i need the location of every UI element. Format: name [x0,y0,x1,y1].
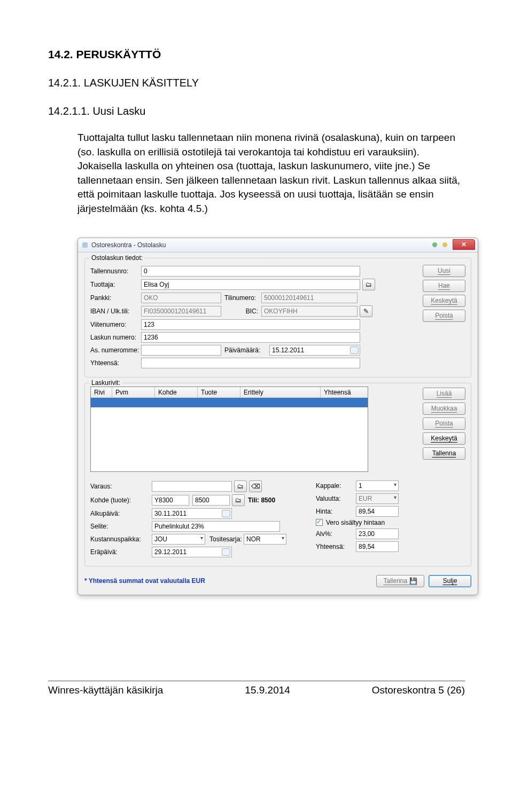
hae-button[interactable]: Hae [423,280,465,292]
lbl-viite: Viitenumero: [90,321,141,328]
lbl-tuottaja: Tuottaja: [90,281,141,288]
keskeyta-button[interactable]: Keskeytä [423,295,465,307]
window-ostolasku: Ostoreskontra - Ostolasku ✕ Ostolaskun t… [77,238,478,595]
lbl-iban: IBAN / Ulk.tili: [90,308,141,315]
lbl-asnum: As. numeromme: [90,346,141,354]
col-kohde[interactable]: Kohde [155,387,198,398]
tallenna-button[interactable]: Tallenna [423,447,465,460]
table-body-empty [91,407,368,471]
edit-bank-icon[interactable]: ✎ [360,305,372,317]
input-tallennusnro[interactable]: 0 [141,266,360,277]
window-title: Ostoreskontra - Ostolasku [91,241,432,249]
lbl-bic: BIC: [221,308,261,315]
era-value: 29.12.2011 [154,548,186,556]
calendar-icon[interactable] [350,346,359,354]
input-hinta[interactable]: 89,54 [356,506,399,517]
page-footer: Winres-käyttäjän käsikirja 15.9.2014 Ost… [48,681,465,696]
input-asnum[interactable] [141,345,221,356]
laskurivit-table[interactable]: Rivi Pvm Kohde Tuote Erittely Yhteensä [90,387,368,472]
group1-legend: Ostolaskun tiedot: [89,254,145,262]
input-iban: FI0350000120149611 [141,306,221,317]
poista-button[interactable]: Poista [423,310,465,322]
close-button[interactable]: ✕ [453,239,475,250]
sulje-button[interactable]: Sulje [429,575,471,587]
lbl-laskun: Laskun numero: [90,334,141,341]
input-bic: OKOYFIHH [261,306,357,317]
input-kohde1[interactable]: Y8300 [152,495,189,506]
pvm-value: 15.12.2011 [272,346,304,354]
lbl-kust: Kustannuspaikka: [90,535,152,543]
chk-vero[interactable] [316,519,323,526]
clear-varaus-icon[interactable]: ⌫ [249,480,262,492]
input-alku[interactable]: 30.11.2011 [152,508,232,519]
tili-label: Tili: 8500 [248,496,275,504]
uusi-button[interactable]: Uusi [423,265,465,277]
col-yhteensa[interactable]: Yhteensä [321,387,368,398]
input-tilinumero: 50000120149611 [261,293,357,303]
lbl-varaus: Varaus: [90,483,152,490]
footer-mid: 15.9.2014 [245,684,290,696]
group2-legend: Laskurivit: [89,379,122,387]
lbl-hinta: Hinta: [316,508,356,515]
paragraph: Tuottajalta tullut lasku tallennetaan ni… [77,131,465,216]
lbl-yht: Yhteensä: [90,359,141,367]
input-pvm[interactable]: 15.12.2011 [269,345,360,356]
lbl-alku: Alkupäivä: [90,510,152,517]
input-kohde2[interactable]: 8500 [192,495,230,506]
input-tuottaja[interactable]: Elisa Oyj [141,279,360,290]
lbl-tosite: Tositesarja: [205,535,244,543]
lbl-kohde: Kohde (tuote): [90,496,152,504]
pick-tuottaja-icon[interactable]: 🗂 [362,279,375,290]
input-selite[interactable]: Puhelinkulut 23% [152,521,280,532]
lbl-alv: Alv%: [316,530,356,538]
footer-note: * Yhteensä summat ovat valuutalla EUR [84,577,205,585]
app-icon [82,242,88,248]
input-yht2[interactable]: 89,54 [356,541,399,552]
alku-value: 30.11.2011 [154,510,186,517]
title-bar[interactable]: Ostoreskontra - Ostolasku ✕ [78,238,478,253]
lbl-vero: Vero sisältyy hintaan [326,519,385,526]
muokkaa-button[interactable]: Muokkaa [423,403,465,415]
lbl-era: Eräpäivä: [90,548,152,556]
lbl-yht2: Yhteensä: [316,543,356,550]
group-ostolaskun-tiedot: Ostolaskun tiedot: Uusi Hae Keskeytä Poi… [84,258,471,377]
col-erittely[interactable]: Erittely [240,387,321,398]
col-tuote[interactable]: Tuote [198,387,240,398]
group-laskurivit: Laskurivit: Lisää Muokkaa Poista Keskeyt… [84,383,471,566]
footer-right: Ostoreskontra 5 (26) [372,684,465,696]
keskeyta2-button[interactable]: Keskeytä [423,432,465,445]
dd-kappale[interactable]: 1 [356,480,399,491]
lbl-val: Valuutta: [316,495,356,502]
table-row-selected[interactable] [91,398,368,407]
tallenna2-label: Tallenna [383,577,407,585]
input-viite[interactable]: 123 [141,319,360,330]
col-rivi[interactable]: Rivi [91,387,112,398]
input-era[interactable]: 29.12.2011 [152,547,232,557]
input-pankki: OKO [141,293,221,303]
lbl-pankki: Pankki: [90,294,141,302]
lbl-kpl: Kappale: [316,482,356,490]
poista2-button[interactable]: Poista [423,417,465,430]
footer-left: Winres-käyttäjän käsikirja [48,684,163,696]
col-pvm[interactable]: Pvm [112,387,155,398]
pick-varaus-icon[interactable]: 🗂 [234,480,247,492]
calendar-icon-2[interactable] [222,510,230,517]
lbl-pvm: Päivämäärä: [221,346,269,354]
input-yht[interactable] [141,358,360,368]
dd-valuutta: EUR [356,493,399,504]
heading-3: 14.2.1.1. Uusi Lasku [48,105,465,117]
lbl-selite: Selite: [90,523,152,530]
table-header: Rivi Pvm Kohde Tuote Erittely Yhteensä [91,387,368,398]
lbl-tilinumero: Tilinumero: [221,294,261,302]
input-alv[interactable]: 23,00 [356,529,399,539]
pick-kohde-icon[interactable]: 🗂 [232,494,245,506]
dd-tositesarja[interactable]: NOR [244,534,286,545]
dd-kustannuspaikka[interactable]: JOU [152,534,205,545]
lbl-tallennusnro: Tallennusnro: [90,267,141,275]
lisaa-button[interactable]: Lisää [423,388,465,400]
calendar-icon-3[interactable] [222,548,230,556]
heading-2: 14.2.1. LASKUJEN KÄSITTELY [48,77,465,89]
tallenna2-button[interactable]: Tallenna 💾 [376,575,424,587]
input-varaus[interactable] [152,481,232,492]
input-laskun[interactable]: 1236 [141,332,360,343]
